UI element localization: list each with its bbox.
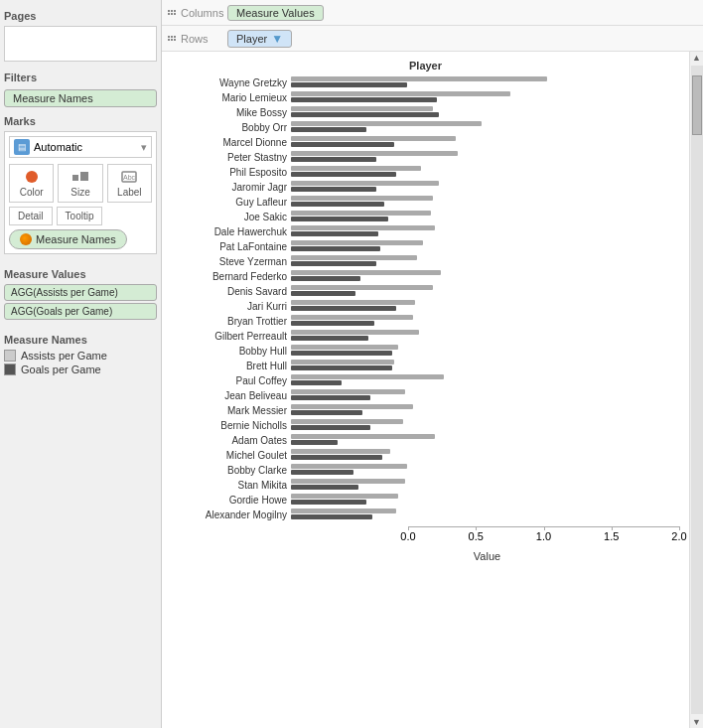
- player-name-label: Dale Hawerchuk: [172, 226, 291, 237]
- agg-goals-pill[interactable]: AGG(Goals per Game): [4, 303, 157, 320]
- table-row: Bobby Orr: [172, 120, 679, 134]
- goals-bar: [291, 306, 396, 311]
- goals-bar: [291, 261, 376, 266]
- rows-player-pill[interactable]: Player ▼: [227, 30, 292, 48]
- table-row: Steve Yzerman: [172, 254, 679, 268]
- player-name-label: Gordie Howe: [172, 495, 291, 506]
- legend-label: Measure Names: [4, 334, 157, 346]
- goals-bar: [291, 217, 388, 221]
- rows-label: Rows: [168, 33, 227, 45]
- bar-container: [291, 404, 679, 416]
- assists-bar: [291, 374, 444, 379]
- table-row: Gordie Howe: [172, 493, 679, 507]
- table-row: Jari Kurri: [172, 299, 679, 313]
- player-name-label: Bernie Nicholls: [172, 420, 291, 431]
- assists-bar: [291, 166, 421, 171]
- player-name-label: Steve Yzerman: [172, 256, 291, 267]
- legend-item-assists: Assists per Game: [4, 350, 157, 362]
- bar-container: [291, 464, 679, 476]
- x-tick-mark: [544, 526, 545, 530]
- color-button[interactable]: Color: [9, 164, 54, 203]
- x-tick-mark: [679, 526, 680, 530]
- goals-bar: [291, 172, 396, 177]
- goals-bar: [291, 380, 342, 385]
- goals-bar: [291, 157, 376, 162]
- player-name-label: Pat LaFontaine: [172, 241, 291, 252]
- dropdown-arrow: ▾: [141, 141, 147, 154]
- filter-measure-names[interactable]: Measure Names: [4, 89, 157, 107]
- player-name-label: Bobby Clarke: [172, 465, 291, 476]
- goals-bar: [291, 202, 384, 207]
- bar-container: [291, 136, 679, 148]
- x-tick: 1.0: [536, 530, 551, 542]
- goals-bar: [291, 321, 374, 326]
- goals-bar: [291, 246, 380, 251]
- table-row: Bernie Nicholls: [172, 418, 679, 432]
- table-row: Bobby Clarke: [172, 463, 679, 477]
- player-header: Player: [162, 60, 689, 75]
- scrollbar-thumb[interactable]: [692, 75, 702, 135]
- bar-container: [291, 225, 679, 237]
- left-panel: Pages Filters Measure Names Marks ▤ Auto…: [0, 0, 162, 728]
- table-row: Bobby Hull: [172, 344, 679, 358]
- pages-label: Pages: [4, 10, 157, 22]
- x-label-row: Value: [162, 548, 689, 562]
- bar-container: [291, 240, 679, 252]
- label-button[interactable]: Abc Label: [107, 164, 152, 203]
- bar-container: [291, 151, 679, 163]
- bar-container: [291, 434, 679, 446]
- assists-bar: [291, 91, 510, 96]
- player-name-label: Jean Beliveau: [172, 390, 291, 401]
- player-name-label: Wayne Gretzky: [172, 77, 291, 88]
- chart-inner: Player Wayne GretzkyMario LemieuxMike Bo…: [162, 52, 689, 728]
- table-row: Adam Oates: [172, 433, 679, 447]
- scroll-down-button[interactable]: ▼: [691, 716, 703, 728]
- table-row: Phil Esposito: [172, 165, 679, 179]
- bar-container: [291, 419, 679, 431]
- table-row: Bernard Federko: [172, 269, 679, 283]
- detail-button[interactable]: Detail: [9, 207, 53, 225]
- marks-type-dropdown[interactable]: ▤ Automatic ▾: [9, 136, 152, 158]
- filters-label: Filters: [4, 72, 157, 83]
- assists-bar: [291, 315, 413, 320]
- marks-measure-names-pill[interactable]: Measure Names: [9, 229, 127, 249]
- table-row: Mark Messier: [172, 403, 679, 417]
- goals-bar: [291, 425, 370, 430]
- x-axis-label: Value: [285, 550, 689, 562]
- measure-values-section: Measure Values AGG(Assists per Game) AGG…: [4, 262, 157, 322]
- scrollbar[interactable]: ▲ ▼: [689, 52, 703, 728]
- columns-measure-values-pill[interactable]: Measure Values: [227, 5, 324, 21]
- table-row: Denis Savard: [172, 284, 679, 298]
- x-tick: 0.0: [400, 530, 415, 542]
- assists-bar: [291, 509, 396, 513]
- goals-bar: [291, 276, 360, 281]
- marks-type-label: Automatic: [34, 141, 82, 153]
- legend-section: Measure Names Assists per Game Goals per…: [4, 328, 157, 377]
- color-icon: [22, 169, 42, 185]
- player-name-label: Bernard Federko: [172, 271, 291, 282]
- tooltip-button[interactable]: Tooltip: [57, 207, 103, 225]
- assists-bar: [291, 479, 405, 484]
- scrollbar-track[interactable]: [691, 66, 703, 714]
- table-row: Joe Sakic: [172, 210, 679, 223]
- svg-rect-1: [72, 175, 78, 181]
- goals-bar: [291, 455, 382, 460]
- assists-bar: [291, 240, 423, 245]
- player-name-label: Bobby Hull: [172, 346, 291, 357]
- bar-container: [291, 315, 679, 327]
- player-name-label: Guy Lafleur: [172, 197, 291, 208]
- player-name-label: Denis Savard: [172, 286, 291, 297]
- agg-assists-pill[interactable]: AGG(Assists per Game): [4, 284, 157, 301]
- player-name-label: Gilbert Perreault: [172, 331, 291, 342]
- assists-bar: [291, 285, 433, 290]
- measure-values-label: Measure Values: [4, 268, 157, 280]
- player-name-label: Jari Kurri: [172, 301, 291, 312]
- detail-tooltip-row: Detail Tooltip: [9, 207, 152, 225]
- goals-bar: [291, 410, 362, 415]
- bar-container: [291, 196, 679, 208]
- bar-container: [291, 509, 679, 520]
- goals-bar: [291, 365, 392, 370]
- size-button[interactable]: Size: [58, 164, 102, 203]
- scroll-up-button[interactable]: ▲: [691, 52, 703, 64]
- bar-container: [291, 479, 679, 491]
